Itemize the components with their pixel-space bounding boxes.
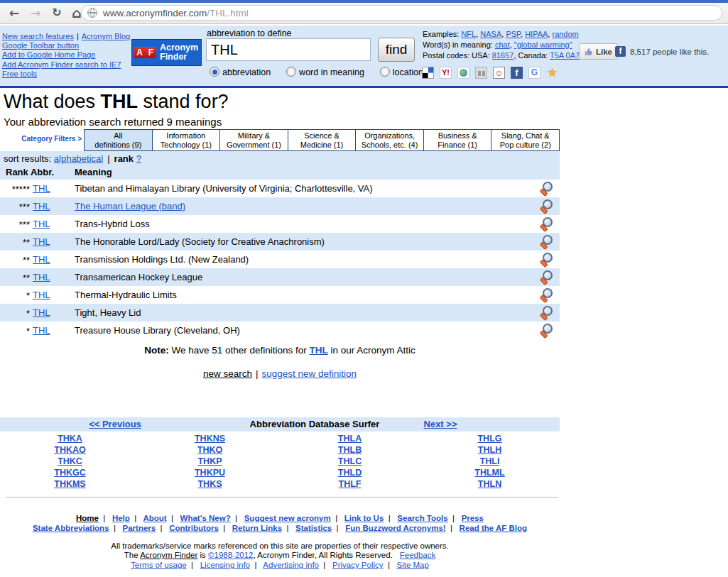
google-icon[interactable]: G	[528, 67, 540, 79]
surfer-link[interactable]: THLB	[280, 444, 420, 456]
footer-about-link[interactable]: About	[143, 514, 166, 522]
footer-af-blog-link[interactable]: Read the AF Blog	[460, 524, 527, 532]
privacy-policy-link[interactable]: Privacy Policy	[332, 561, 384, 569]
magnifier-icon[interactable]	[539, 288, 553, 302]
reload-icon[interactable]: ↻	[48, 4, 65, 21]
link-google-toolbar[interactable]: Google Toolbar button	[2, 41, 79, 50]
radio-word-in-meaning-control[interactable]	[286, 67, 296, 77]
tab-all-definitions[interactable]: Alldefinitions (9)	[85, 130, 153, 150]
feedback-link[interactable]: Feedback	[400, 551, 436, 559]
postal-canada[interactable]: T5A 0A7	[550, 51, 580, 60]
suggest-definition-link[interactable]: suggest new definition	[261, 368, 357, 379]
sort-alphabetical-link[interactable]: alphabetical	[54, 153, 103, 164]
tab-information-technology[interactable]: InformationTechnology (1)	[153, 130, 221, 150]
surfer-previous-link[interactable]: << Previous	[89, 419, 141, 429]
tab-organizations-schools[interactable]: Organizations,Schools, etc. (4)	[356, 130, 424, 150]
bookmark-star-icon[interactable]: ★	[546, 67, 558, 79]
footer-partners-link[interactable]: Partners	[123, 524, 156, 532]
surfer-next-link[interactable]: Next >>	[424, 419, 457, 429]
link-acronym-blog[interactable]: Acronym Blog	[82, 32, 130, 40]
category-filters-label[interactable]: Category Filters >	[4, 135, 82, 143]
footer-link-to-us-link[interactable]: Link to Us	[344, 514, 384, 522]
surfer-link[interactable]: THLH	[420, 444, 560, 456]
magnifier-icon[interactable]	[539, 324, 553, 337]
example-nasa[interactable]: NASA	[480, 30, 501, 38]
surfer-link[interactable]: THLML	[420, 467, 560, 478]
footer-home-link[interactable]: Home	[76, 514, 99, 522]
abbr-link[interactable]: THL	[33, 290, 50, 300]
radio-abbreviation[interactable]: abbreviation	[210, 67, 271, 77]
digg-icon[interactable]	[475, 67, 487, 79]
example-hipaa[interactable]: HIPAA	[525, 30, 548, 38]
surfer-link[interactable]: THLN	[420, 478, 560, 490]
stumbleupon-icon[interactable]	[457, 67, 469, 79]
abbr-link[interactable]: THL	[33, 219, 50, 229]
surfer-link[interactable]: THKPU	[140, 467, 280, 478]
meaning-global-warming[interactable]: "global warming"	[514, 40, 572, 49]
tab-slang-chat[interactable]: Slang, Chat &Pop culture (2)	[491, 130, 559, 150]
tab-military-government[interactable]: Military &Government (1)	[220, 130, 288, 150]
radio-abbreviation-control[interactable]	[210, 67, 219, 77]
licensing-info-link[interactable]: Licensing info	[200, 561, 250, 569]
postal-usa[interactable]: 81657	[492, 51, 514, 60]
example-random[interactable]: random	[552, 30, 578, 38]
new-search-link[interactable]: new search	[203, 368, 252, 379]
footer-suggest-acronym-link[interactable]: Suggest new acronym	[244, 514, 331, 522]
link-new-search-features[interactable]: New search features	[2, 32, 74, 40]
facebook-share-icon[interactable]: f	[511, 67, 523, 79]
surfer-link[interactable]: THKAO	[0, 444, 140, 456]
surfer-link[interactable]: THKP	[140, 456, 280, 467]
abbr-link[interactable]: THL	[33, 183, 50, 194]
facebook-like-button[interactable]: Like	[579, 43, 618, 60]
abbr-link[interactable]: THL	[33, 325, 50, 336]
meaning-chat[interactable]: chat	[495, 40, 510, 49]
yahoo-icon[interactable]: Y!	[440, 67, 452, 79]
abbreviation-input[interactable]	[206, 38, 371, 61]
abbr-link[interactable]: THL	[33, 307, 50, 318]
link-free-tools[interactable]: Free tools	[2, 70, 37, 78]
footer-return-links-link[interactable]: Return Links	[232, 524, 282, 532]
advertising-info-link[interactable]: Advertising info	[263, 561, 319, 569]
surfer-link[interactable]: THLG	[420, 433, 560, 444]
surfer-link[interactable]: THKA	[0, 433, 140, 444]
surfer-link[interactable]: THKO	[140, 444, 280, 456]
surfer-link[interactable]: THKGC	[0, 467, 140, 478]
attic-thl-link[interactable]: THL	[310, 345, 328, 356]
radio-word-in-meaning[interactable]: word in meaning	[286, 67, 364, 77]
footer-press-link[interactable]: Press	[462, 514, 484, 522]
example-nfl[interactable]: NFL	[461, 30, 476, 38]
surfer-link[interactable]: THLC	[280, 456, 420, 467]
surfer-link[interactable]: THKNS	[140, 433, 280, 444]
abbr-link[interactable]: THL	[33, 201, 50, 211]
magnifier-icon[interactable]	[539, 306, 553, 319]
magnifier-icon[interactable]	[539, 270, 553, 284]
sort-help-link[interactable]: ?	[136, 153, 141, 164]
surfer-link[interactable]: THLD	[280, 467, 420, 478]
footer-contributors-link[interactable]: Contributors	[169, 524, 219, 532]
link-add-ie7[interactable]: Add Acronym Finder search to IE7	[2, 60, 121, 69]
site-map-link[interactable]: Site Map	[397, 561, 429, 569]
forward-icon[interactable]: →	[27, 4, 44, 21]
magnifier-icon[interactable]	[539, 199, 553, 213]
surfer-link[interactable]: THLA	[280, 433, 420, 444]
surfer-link[interactable]: THKMS	[0, 478, 140, 490]
footer-buzzword-link[interactable]: Fun Buzzword Acronyms!	[345, 524, 445, 532]
magnifier-icon[interactable]	[539, 182, 553, 195]
footer-state-abbreviations-link[interactable]: State Abbreviations	[33, 524, 109, 532]
copyright-years-link[interactable]: ©1988-2012	[208, 551, 253, 559]
address-bar[interactable]: www.acronymfinder.com /THL.html	[81, 5, 722, 21]
footer-statistics-link[interactable]: Statistics	[295, 524, 332, 532]
magnifier-icon[interactable]	[539, 217, 553, 231]
abbr-link[interactable]: THL	[33, 272, 50, 282]
link-add-google-home[interactable]: Add to Google Home Page	[2, 50, 95, 59]
footer-search-tools-link[interactable]: Search Tools	[397, 514, 447, 522]
terms-of-usage-link[interactable]: Terms of usage	[131, 561, 187, 569]
footer-help-link[interactable]: Help	[112, 514, 130, 522]
surfer-link[interactable]: THLF	[280, 478, 420, 490]
magnifier-icon[interactable]	[539, 253, 553, 266]
back-icon[interactable]: ←	[6, 4, 23, 21]
radio-location[interactable]: location	[380, 67, 423, 77]
magnifier-icon[interactable]	[539, 235, 553, 248]
find-button[interactable]: find	[378, 38, 415, 62]
tab-science-medicine[interactable]: Science &Medicine (1)	[288, 130, 357, 150]
